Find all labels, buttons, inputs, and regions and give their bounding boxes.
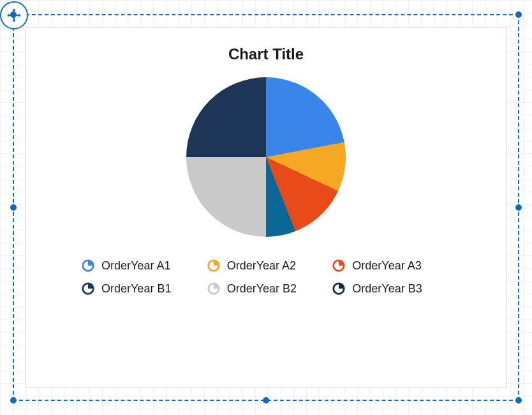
legend-item-label: OrderYear A1 — [101, 259, 170, 273]
chart-title: Chart Title — [26, 45, 506, 63]
chart-container[interactable]: Chart Title OrderYear A1OrderYear A2Orde… — [26, 27, 506, 388]
legend: OrderYear A1OrderYear A2OrderYear A3Orde… — [81, 259, 451, 296]
legend-item-label: OrderYear A2 — [227, 259, 296, 273]
legend-swatch-icon — [207, 282, 221, 296]
legend-item-label: OrderYear B3 — [352, 282, 422, 296]
legend-item-label: OrderYear A3 — [352, 259, 421, 273]
resize-handle-middle-right[interactable] — [515, 204, 522, 211]
legend-item: OrderYear B1 — [81, 282, 200, 296]
resize-handle-top-left[interactable] — [10, 11, 17, 18]
resize-handle-bottom-right[interactable] — [515, 397, 522, 404]
pie-chart[interactable] — [186, 77, 346, 237]
resize-handle-bottom-middle[interactable] — [263, 397, 269, 404]
resize-handle-middle-left[interactable] — [10, 204, 17, 211]
legend-swatch-icon — [81, 282, 95, 296]
pie-wrap — [26, 77, 506, 237]
legend-swatch-icon — [207, 259, 221, 273]
resize-handle-top-right[interactable] — [515, 11, 522, 18]
legend-item: OrderYear A1 — [81, 259, 200, 273]
legend-item: OrderYear A3 — [332, 259, 451, 273]
legend-item-label: OrderYear B1 — [101, 282, 171, 296]
legend-item: OrderYear B3 — [332, 282, 451, 296]
legend-swatch-icon — [332, 259, 346, 273]
legend-swatch-icon — [332, 282, 346, 296]
legend-item: OrderYear A2 — [207, 259, 326, 273]
resize-handle-bottom-left[interactable] — [10, 397, 17, 404]
legend-item: OrderYear B2 — [207, 282, 326, 296]
legend-item-label: OrderYear B2 — [227, 282, 297, 296]
legend-swatch-icon — [81, 259, 95, 273]
